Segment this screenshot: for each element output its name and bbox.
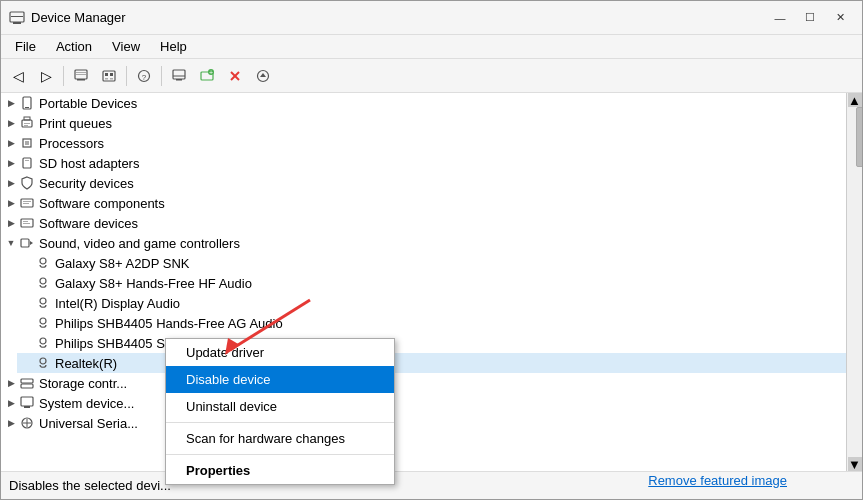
expander-system[interactable]: ▶: [3, 395, 19, 411]
tree-item-sd-host[interactable]: ▶ SD host adapters: [1, 153, 846, 173]
tree-item-print-queues[interactable]: ▶ Print queues: [1, 113, 846, 133]
tree-item-system[interactable]: ▶ System device...: [1, 393, 846, 413]
expander-sound-video[interactable]: ▼: [3, 235, 19, 251]
svg-point-43: [40, 278, 46, 284]
expander-realtek: [19, 355, 35, 371]
menu-help[interactable]: Help: [150, 35, 197, 59]
tree-item-security-devices[interactable]: ▶ Security devices: [1, 173, 846, 193]
app-icon: [9, 10, 25, 26]
ctx-properties[interactable]: Properties: [166, 457, 394, 484]
tree-item-galaxy-a2dp[interactable]: Galaxy S8+ A2DP SNK: [17, 253, 846, 273]
svg-rect-31: [25, 141, 29, 145]
details-button[interactable]: [96, 63, 122, 89]
security-devices-icon: [19, 175, 35, 191]
device-manager-window: Device Manager — ☐ ✕ File Action View He…: [0, 0, 863, 500]
svg-point-47: [40, 358, 46, 364]
tree-item-galaxy-hf[interactable]: Galaxy S8+ Hands-Free HF Audio: [17, 273, 846, 293]
sound-video-label: Sound, video and game controllers: [39, 236, 240, 251]
expander-intel-display: [19, 295, 35, 311]
expander-portable-devices[interactable]: ▶: [3, 95, 19, 111]
remove-featured-image-link[interactable]: Remove featured image: [648, 473, 787, 488]
tree-item-software-devices[interactable]: ▶ Software devices: [1, 213, 846, 233]
help-button[interactable]: ?: [131, 63, 157, 89]
security-devices-label: Security devices: [39, 176, 134, 191]
expander-sd-host[interactable]: ▶: [3, 155, 19, 171]
expander-software-devices[interactable]: ▶: [3, 215, 19, 231]
print-queues-label: Print queues: [39, 116, 112, 131]
svg-rect-36: [23, 203, 29, 204]
ctx-separator-2: [166, 454, 394, 455]
tree-item-processors[interactable]: ▶ Processors: [1, 133, 846, 153]
window-controls: — ☐ ✕: [766, 7, 854, 29]
tree-item-software-components[interactable]: ▶ Software components: [1, 193, 846, 213]
system-icon: [19, 395, 35, 411]
print-queues-icon: [19, 115, 35, 131]
svg-rect-1: [13, 22, 21, 24]
tree-item-intel-display[interactable]: Intel(R) Display Audio: [17, 293, 846, 313]
tree-item-philips-ag[interactable]: Philips SHB4405 Hands-Free AG Audio: [17, 313, 846, 333]
intel-display-icon: [35, 295, 51, 311]
expander-security-devices[interactable]: ▶: [3, 175, 19, 191]
expander-processors[interactable]: ▶: [3, 135, 19, 151]
monitor-button[interactable]: [166, 63, 192, 89]
device-tree[interactable]: ▶ Portable Devices ▶ Print queues ▶: [1, 93, 846, 471]
realtek-icon: [35, 355, 51, 371]
menu-action[interactable]: Action: [46, 35, 102, 59]
svg-rect-11: [110, 78, 113, 80]
galaxy-hf-label: Galaxy S8+ Hands-Free HF Audio: [55, 276, 252, 291]
scroll-up-button[interactable]: ▲: [848, 93, 862, 107]
tree-item-universal-serial[interactable]: ▶ Universal Seria...: [1, 413, 846, 433]
processors-label: Processors: [39, 136, 104, 151]
main-content: ▶ Portable Devices ▶ Print queues ▶: [1, 93, 862, 471]
menu-bar: File Action View Help: [1, 35, 862, 59]
tree-item-realtek[interactable]: Realtek(R): [17, 353, 846, 373]
portable-devices-icon: [19, 95, 35, 111]
svg-point-44: [40, 298, 46, 304]
minimize-button[interactable]: —: [766, 7, 794, 29]
properties-button[interactable]: [68, 63, 94, 89]
expander-galaxy-hf: [19, 275, 35, 291]
menu-file[interactable]: File: [5, 35, 46, 59]
expander-storage[interactable]: ▶: [3, 375, 19, 391]
svg-point-42: [40, 258, 46, 264]
back-button[interactable]: ◁: [5, 63, 31, 89]
expander-galaxy-a2dp: [19, 255, 35, 271]
maximize-button[interactable]: ☐: [796, 7, 824, 29]
realtek-label: Realtek(R): [55, 356, 117, 371]
svg-rect-39: [23, 223, 30, 224]
menu-view[interactable]: View: [102, 35, 150, 59]
expander-software-components[interactable]: ▶: [3, 195, 19, 211]
tree-item-storage[interactable]: ▶ Storage contr...: [1, 373, 846, 393]
svg-rect-8: [105, 73, 108, 76]
svg-rect-33: [25, 160, 29, 161]
add-button[interactable]: +: [194, 63, 220, 89]
svg-rect-49: [21, 384, 33, 388]
vertical-scrollbar[interactable]: ▲ ▼: [846, 93, 862, 471]
forward-button[interactable]: ▷: [33, 63, 59, 89]
tree-item-sound-video[interactable]: ▼ Sound, video and game controllers: [1, 233, 846, 253]
sd-host-label: SD host adapters: [39, 156, 139, 171]
ctx-scan-hardware[interactable]: Scan for hardware changes: [166, 425, 394, 452]
svg-point-45: [40, 318, 46, 324]
storage-icon: [19, 375, 35, 391]
ctx-update-driver[interactable]: Update driver: [166, 339, 394, 366]
status-text: Disables the selected devi...: [9, 478, 171, 493]
ctx-disable-device[interactable]: Disable device: [166, 366, 394, 393]
expander-print-queues[interactable]: ▶: [3, 115, 19, 131]
sound-video-icon: [19, 235, 35, 251]
toolbar: ◁ ▷ ?: [1, 59, 862, 93]
software-components-icon: [19, 195, 35, 211]
ctx-uninstall-device[interactable]: Uninstall device: [166, 393, 394, 420]
universal-serial-label: Universal Seria...: [39, 416, 138, 431]
svg-rect-6: [76, 74, 86, 75]
tree-item-philips-stereo[interactable]: Philips SHB4405 Stereo: [17, 333, 846, 353]
processors-icon: [19, 135, 35, 151]
toolbar-separator-3: [161, 66, 162, 86]
update-button[interactable]: [250, 63, 276, 89]
close-button[interactable]: ✕: [826, 7, 854, 29]
tree-item-portable-devices[interactable]: ▶ Portable Devices: [1, 93, 846, 113]
expander-universal-serial[interactable]: ▶: [3, 415, 19, 431]
remove-button[interactable]: [222, 63, 248, 89]
scroll-thumb[interactable]: [856, 107, 863, 167]
scroll-down-button[interactable]: ▼: [848, 457, 862, 471]
